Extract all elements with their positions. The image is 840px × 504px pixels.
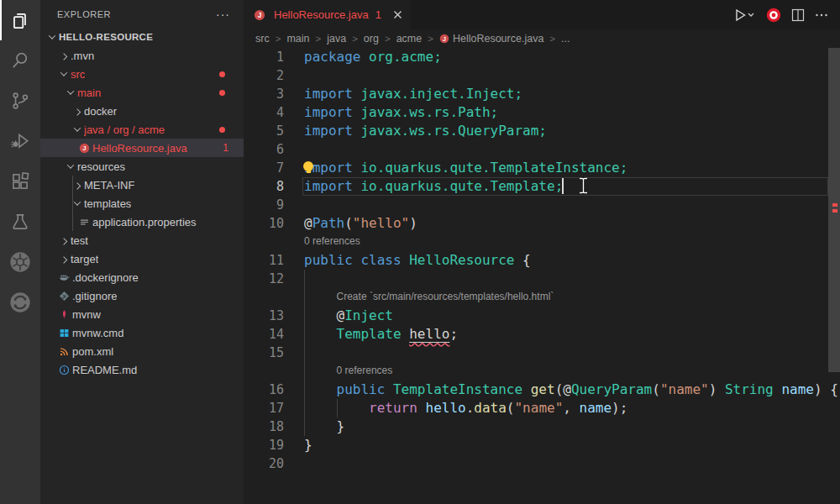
- code-text: public TemplateInstance get(@QueryParam(…: [304, 381, 838, 399]
- indent-guide: [304, 288, 305, 307]
- codelens[interactable]: 0 references: [244, 362, 840, 381]
- breadcrumb-item[interactable]: src: [255, 33, 270, 45]
- codelens-label[interactable]: Create `src/main/resources/templates/hel…: [337, 287, 554, 306]
- breadcrumb-item[interactable]: main: [286, 33, 309, 45]
- explorer-icon[interactable]: [0, 0, 40, 40]
- line-number: 18: [244, 417, 284, 436]
- tree-folder-java-org-acme[interactable]: java / org / acme: [40, 120, 244, 139]
- code-line-2[interactable]: 2: [244, 66, 840, 85]
- code-line-8[interactable]: 8import io.quarkus.qute.Template;: [244, 177, 840, 196]
- line-number: 12: [244, 270, 284, 288]
- line-number: 17: [244, 399, 284, 417]
- breadcrumb-item[interactable]: org: [364, 33, 379, 45]
- code-line-3[interactable]: 3import javax.inject.Inject;: [244, 85, 840, 103]
- tree-file-application-properties[interactable]: application.properties: [40, 213, 244, 231]
- tree-folder-templates[interactable]: templates: [40, 194, 244, 213]
- more-actions-button[interactable]: [815, 8, 828, 22]
- xml-file-icon: [57, 344, 71, 358]
- code-line-10[interactable]: 10@Path("hello"): [244, 214, 840, 233]
- code-line-20[interactable]: 20: [244, 454, 840, 473]
- breadcrumb-file[interactable]: HelloResource.java: [453, 33, 543, 45]
- code-line-18[interactable]: 18 }: [244, 417, 840, 436]
- extensions-icon[interactable]: [0, 161, 40, 202]
- testing-icon[interactable]: [0, 202, 40, 242]
- code-text: package org.acme;: [304, 48, 442, 66]
- tree-item-label: java / org / acme: [84, 123, 165, 136]
- breadcrumb-separator: >: [385, 34, 391, 44]
- tree-folder--mvn[interactable]: .mvn: [40, 46, 244, 65]
- code-line-6[interactable]: 6: [244, 140, 840, 159]
- tree-file-pom-xml[interactable]: pom.xml: [40, 342, 244, 360]
- kubernetes-icon[interactable]: [0, 242, 40, 282]
- breadcrumb-item[interactable]: acme: [396, 33, 423, 45]
- search-icon[interactable]: [0, 40, 40, 81]
- code-line-13[interactable]: 13 @Inject: [244, 307, 840, 325]
- svg-text:J: J: [82, 144, 86, 152]
- tree-folder-meta-inf[interactable]: META-INF: [40, 176, 244, 194]
- tree-folder-main[interactable]: main: [40, 83, 244, 102]
- code-line-9[interactable]: 9: [244, 196, 840, 214]
- code-line-12[interactable]: 12: [244, 270, 840, 288]
- run-button[interactable]: [734, 8, 756, 22]
- tree-file-helloresource-java[interactable]: JHelloResource.java1: [40, 139, 244, 157]
- tree-folder-target[interactable]: target: [40, 249, 244, 268]
- chevron-down-icon: [71, 123, 84, 136]
- code-area[interactable]: 1package org.acme;23import javax.inject.…: [244, 48, 840, 473]
- code-line-19[interactable]: 19}: [244, 436, 840, 454]
- tab-close-icon[interactable]: [393, 10, 402, 19]
- tree-folder-docker[interactable]: docker: [40, 102, 244, 120]
- tree-file-mvnw-cmd[interactable]: mvnw.cmd: [40, 323, 244, 342]
- tree-item-label: README.md: [72, 364, 137, 376]
- line-number: 14: [244, 325, 284, 344]
- tree-file--dockerignore[interactable]: .dockerignore: [40, 268, 244, 286]
- error-dot-badge: [219, 71, 225, 77]
- breadcrumb-item[interactable]: java: [327, 33, 346, 45]
- line-number: 16: [244, 381, 284, 399]
- line-number: 5: [244, 122, 284, 140]
- lightbulb-icon[interactable]: [303, 161, 313, 171]
- codelens-label[interactable]: 0 references: [337, 361, 393, 380]
- codelens-label[interactable]: 0 references: [304, 232, 360, 250]
- code-line-1[interactable]: 1package org.acme;: [244, 48, 840, 66]
- line-number: 15: [244, 344, 284, 362]
- code-line-4[interactable]: 4import javax.ws.rs.Path;: [244, 103, 840, 122]
- code-line-7[interactable]: 7import io.quarkus.qute.TemplateInstance…: [244, 159, 840, 177]
- line-number: 19: [244, 436, 284, 454]
- code-line-17[interactable]: 17 return hello.data("name", name);: [244, 399, 840, 417]
- codelens[interactable]: 0 references: [244, 233, 840, 251]
- breadcrumb-more[interactable]: ...: [561, 33, 570, 45]
- tab-helloresource[interactable]: J HelloResource.java 1: [244, 0, 411, 29]
- chevron-down-icon: [45, 30, 59, 44]
- editor-scrollbar[interactable]: [828, 48, 840, 372]
- tree-folder-hello-resource[interactable]: HELLO-RESOURCE: [40, 28, 244, 46]
- breadcrumb-separator: >: [549, 34, 555, 44]
- code-line-11[interactable]: 11public class HelloResource {: [244, 251, 840, 270]
- indent-guide: [304, 381, 305, 399]
- code-line-14[interactable]: 14 Template hello;: [244, 325, 840, 344]
- tree-folder-src[interactable]: src: [40, 65, 244, 83]
- codelens[interactable]: Create `src/main/resources/templates/hel…: [244, 288, 840, 307]
- line-number: 2: [244, 66, 284, 85]
- tree-folder-resources[interactable]: resources: [40, 157, 244, 176]
- code-text: import javax.inject.Inject;: [304, 85, 522, 103]
- sidebar-more-actions-icon[interactable]: ···: [216, 8, 235, 21]
- tree-file--gitignore[interactable]: .gitignore: [40, 286, 244, 305]
- code-line-16[interactable]: 16 public TemplateInstance get(@QueryPar…: [244, 381, 840, 399]
- tree-folder-test[interactable]: test: [40, 231, 244, 249]
- breadcrumb[interactable]: src>main>java>org>acme>JHelloResource.ja…: [244, 29, 840, 48]
- tree-file-readme-md[interactable]: README.md: [40, 360, 244, 379]
- source-control-icon[interactable]: [0, 81, 40, 121]
- tab-bar: J HelloResource.java 1: [244, 0, 840, 29]
- run-debug-icon[interactable]: [0, 121, 40, 161]
- openshift-icon[interactable]: [0, 282, 40, 323]
- quarkus-button[interactable]: [766, 8, 781, 23]
- indent-guide: [304, 417, 305, 436]
- split-editor-button[interactable]: [791, 8, 805, 22]
- tree-item-label: src: [71, 68, 85, 81]
- line-number: 9: [244, 196, 284, 214]
- tree-file-mvnw[interactable]: mvnw: [40, 305, 244, 323]
- code-line-5[interactable]: 5import javax.ws.rs.QueryParam;: [244, 122, 840, 140]
- code-text: public class HelloResource {: [304, 251, 531, 270]
- code-line-15[interactable]: 15: [244, 344, 840, 362]
- breadcrumb-separator: >: [352, 34, 358, 44]
